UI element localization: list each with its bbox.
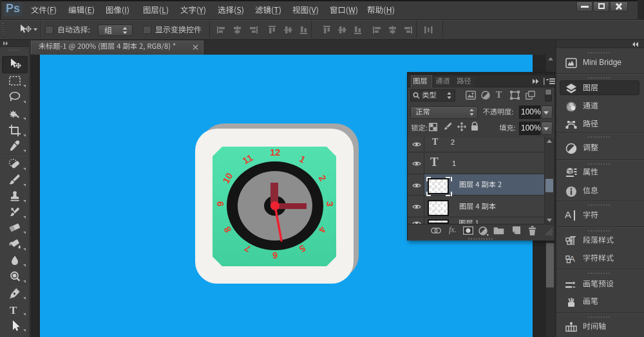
- svg-text:1: 1: [452, 159, 456, 167]
- svg-text:T: T: [432, 137, 439, 147]
- svg-text:A: A: [565, 209, 571, 220]
- svg-text:100%: 100%: [521, 107, 541, 116]
- svg-text:Ps: Ps: [6, 2, 20, 15]
- svg-text:Mini Bridge: Mini Bridge: [583, 58, 621, 67]
- svg-text:100%: 100%: [521, 123, 541, 132]
- svg-text:3: 3: [325, 201, 335, 206]
- svg-text:T: T: [496, 90, 502, 100]
- svg-text:6: 6: [272, 250, 278, 260]
- svg-text:12: 12: [270, 147, 280, 158]
- svg-text:2: 2: [451, 138, 455, 146]
- svg-text:9: 9: [215, 201, 225, 206]
- svg-text:T: T: [10, 304, 17, 316]
- svg-text:T: T: [430, 155, 439, 168]
- svg-text:fx.: fx.: [449, 225, 457, 234]
